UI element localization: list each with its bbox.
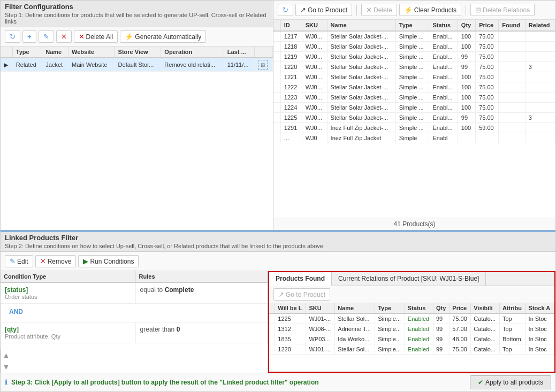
product-row[interactable]: 1225 WJ0... Stellar Solar Jacket-... Sim…: [273, 113, 555, 123]
row-related: [525, 82, 555, 93]
bottom-subtitle: Step 2: Define conditions on how to sele…: [5, 243, 551, 249]
row-sku: WJ0...: [302, 72, 327, 82]
row-last: 11/11/...: [224, 58, 254, 72]
bottom-edit-button[interactable]: ✎ Edit: [5, 255, 33, 267]
pf-col-stock: Stock A: [525, 303, 554, 313]
pf-row-price: 57.00: [450, 324, 471, 334]
refresh-icon: ↻: [10, 33, 16, 41]
product-row[interactable]: 1220 WJ0... Stellar Solar Jacket-... Sim…: [273, 62, 555, 72]
pf-col-sku: SKU: [306, 303, 335, 313]
pf-row-status: Enabled: [405, 313, 433, 324]
row-qty: 99: [458, 113, 475, 123]
linked-products-section: Linked Products Filter Step 2: Define co…: [1, 230, 555, 373]
products-found-panel: Products Found Current Relations of Prod…: [268, 271, 555, 373]
product-row[interactable]: 1224 WJ0... Stellar Solar Jacket-... Sim…: [273, 103, 555, 113]
right-refresh-button[interactable]: ↻: [278, 4, 293, 16]
pf-row-mark: [269, 324, 275, 334]
row-status: Enabl...: [429, 93, 458, 103]
apply-to-all-button[interactable]: ✔ Apply to all products: [470, 375, 551, 389]
pf-row-qty: 99: [433, 324, 449, 334]
condition-row-qty: [qty] Product attribute, Qty greater tha…: [1, 322, 268, 343]
row-id: 1218: [280, 42, 302, 52]
scroll-up-icon[interactable]: ▲: [1, 349, 12, 361]
row-name: Stellar Solar Jacket-...: [327, 42, 395, 52]
products-footer: 41 Products(s): [273, 218, 555, 230]
pf-table-row[interactable]: 1312 WJ08-... Adrienne T... Simple... En…: [269, 324, 554, 334]
clear-products-button[interactable]: ⚡ Clear Products: [399, 4, 461, 16]
row-type: Simple ...: [395, 31, 429, 42]
row-expand[interactable]: ▶: [1, 58, 12, 72]
row-found: [499, 31, 525, 42]
tab-products-found[interactable]: Products Found: [269, 272, 332, 286]
table-row[interactable]: ▶ Related Jacket Main Website Default St…: [1, 58, 273, 72]
edit-button[interactable]: ✎: [39, 30, 54, 43]
pf-row-price: 48.00: [450, 334, 471, 344]
bottom-remove-button[interactable]: ✕ Remove: [35, 255, 77, 267]
refresh-button[interactable]: ↻: [5, 30, 20, 43]
right-refresh-icon: ↻: [283, 6, 288, 14]
pf-table-row[interactable]: 1225 WJ01-... Stellar Sol... Simple... E…: [269, 313, 554, 324]
product-row[interactable]: ... WJ0 Inez Full Zip Jacket Simple Enab…: [273, 133, 555, 143]
pf-row-name: Stellar Sol...: [335, 313, 375, 324]
bottom-edit-label: Edit: [17, 258, 28, 265]
tab-current-relations[interactable]: Current Relations of Product [SKU: WJ01-…: [332, 272, 486, 286]
pf-table-row[interactable]: 1220 WJ01-... Stellar Sol... Simple... E…: [269, 344, 554, 355]
row-name: Jacket: [42, 58, 68, 72]
cond-col-type: Condition Type: [1, 271, 135, 282]
product-row[interactable]: 1221 WJ0... Stellar Solar Jacket-... Sim…: [273, 72, 555, 82]
col-related: Related: [525, 20, 555, 31]
product-row[interactable]: 1219 WJ0... Stellar Solar Jacket-... Sim…: [273, 52, 555, 62]
scroll-arrows: ▲ ▼: [1, 349, 11, 373]
col-actions-header: [255, 47, 273, 58]
delete-all-button[interactable]: ✕ Delete All: [74, 30, 118, 43]
grid-icon[interactable]: ⊞: [258, 60, 268, 70]
pf-row-status: Enabled: [405, 324, 433, 334]
row-name: Inez Full Zip Jacket-...: [327, 123, 395, 133]
product-row[interactable]: 1223 WJ0... Stellar Solar Jacket-... Sim…: [273, 93, 555, 103]
row-qty: 100: [458, 42, 475, 52]
right-delete-button[interactable]: ✕ Delete: [361, 4, 397, 16]
add-button[interactable]: +: [22, 30, 36, 43]
apply-check-icon: ✔: [478, 379, 483, 386]
product-row[interactable]: 1291 WJ0... Inez Full Zip Jacket-... Sim…: [273, 123, 555, 133]
product-row[interactable]: 1218 WJ0... Stellar Solar Jacket-... Sim…: [273, 42, 555, 52]
generate-button[interactable]: ⚡ Generate Automatically: [120, 30, 206, 43]
delete-button[interactable]: ✕: [56, 30, 72, 43]
tab-products-found-label: Products Found: [276, 275, 325, 282]
run-conditions-button[interactable]: ▶ Run Conditions: [78, 255, 139, 267]
row-mark: [273, 133, 280, 143]
products-list-panel: ↻ ↗ Go to Product ✕ Delete ⚡ Clear Produ…: [273, 1, 555, 230]
row-type: Simple ...: [395, 72, 429, 82]
go-to-product-button[interactable]: ↗ Go to Product: [295, 4, 352, 16]
row-found: [499, 52, 525, 62]
row-type: Simple ...: [395, 103, 429, 113]
row-type: Simple ...: [395, 113, 429, 123]
col-type-header: Type: [12, 47, 42, 58]
row-name: Stellar Solar Jacket-...: [327, 82, 395, 93]
row-sku: WJ0...: [302, 82, 327, 93]
row-status: Enabl...: [429, 42, 458, 52]
delete-relations-button[interactable]: ⊟ Delete Relations: [470, 4, 535, 16]
row-related: [525, 133, 555, 143]
row-related: [525, 93, 555, 103]
row-price: 59.00: [476, 123, 499, 133]
clear-products-label: Clear Products: [414, 6, 456, 14]
row-sku: WJ0...: [302, 52, 327, 62]
pf-go-to-product-button[interactable]: ↗ Go to Product: [273, 288, 330, 301]
row-storeview: Default Stor...: [115, 58, 161, 72]
row-grid-btn[interactable]: ⊞: [255, 58, 273, 72]
right-delete-icon: ✕: [366, 6, 372, 14]
pf-table-row[interactable]: 1835 WP03... Ida Worko... Simple... Enab…: [269, 334, 554, 344]
product-row[interactable]: 1222 WJ0... Stellar Solar Jacket-... Sim…: [273, 82, 555, 93]
row-status: Enabl...: [429, 72, 458, 82]
scroll-down-icon[interactable]: ▼: [1, 361, 12, 373]
cond-type-cell-qty: [qty] Product attribute, Qty: [1, 322, 135, 343]
delete-icon: ✕: [61, 33, 67, 41]
row-id: 1225: [280, 113, 302, 123]
row-id: ...: [280, 133, 302, 143]
row-name: Inez Full Zip Jacket: [327, 133, 395, 143]
toolbar-divider-2: [466, 5, 466, 16]
left-toolbar: ↻ + ✎ ✕ ✕ Delete All ⚡ Generate Automati: [1, 27, 273, 47]
product-row[interactable]: 1217 WJ0... Stellar Solar Jacket-... Sim…: [273, 31, 555, 42]
pf-row-attribute: Top: [499, 324, 525, 334]
